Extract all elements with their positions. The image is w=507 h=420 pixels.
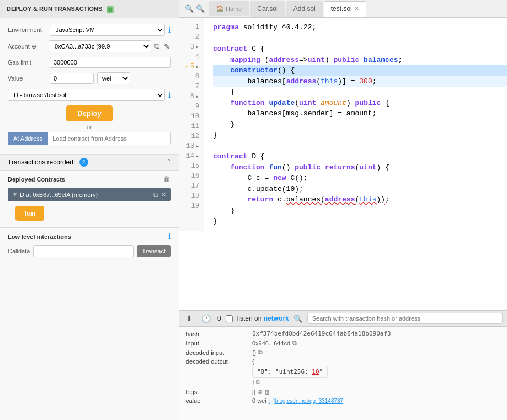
input-value: 0x946...644cd ⧉ — [252, 339, 500, 347]
environment-label: Environment — [8, 26, 46, 33]
value-input[interactable] — [50, 73, 94, 84]
bottom-console: ⬇ 🕐 0 listen on network 🔍 hash 0xf374bef… — [179, 310, 507, 420]
contract-item-name: D at 0xB87...69cfA (memory) — [20, 192, 151, 198]
logs-key: logs — [186, 389, 252, 395]
deployed-header: Deployed Contracts 🗑 — [8, 175, 171, 183]
value-row-value: 0 wei 📄blog.csdn.net/qq_33148787 — [252, 397, 500, 404]
at-address-row: At Address — [8, 132, 171, 145]
tab-test-sol[interactable]: test.sol ✕ — [324, 1, 366, 17]
zoom-in-icon[interactable]: 🔍 — [196, 4, 205, 13]
listen-checkbox[interactable] — [226, 315, 233, 322]
value-row: Value wei gwei finney ether — [8, 72, 171, 84]
left-panel: DEPLOY & RUN TRANSACTIONS ▣ Environment … — [0, 0, 179, 420]
copy-decoded-output-button[interactable]: ⧉ — [256, 379, 260, 386]
clear-contracts-button[interactable]: 🗑 — [162, 175, 171, 183]
line-num-10: 10 — [179, 111, 204, 121]
environment-info-icon[interactable]: ℹ — [168, 26, 171, 34]
contract-select[interactable]: D - browser/test.sol — [8, 89, 165, 101]
value-key: value — [186, 397, 252, 404]
line-num-19: 19 — [179, 201, 204, 211]
console-row-input: input 0x946...644cd ⧉ — [179, 338, 507, 348]
contract-info-icon[interactable]: ℹ — [168, 91, 171, 99]
calldata-label: Calldata — [8, 248, 30, 254]
tab-add-sol[interactable]: Add.sol — [286, 1, 323, 17]
copy-contract-button[interactable]: ⧉ — [153, 191, 158, 199]
hash-key: hash — [186, 331, 252, 337]
gas-limit-input[interactable] — [50, 57, 171, 68]
value-link[interactable]: 📄blog.csdn.net/qq_33148787 — [269, 398, 343, 404]
console-row-logs: logs [] ⧉ 🗑 — [179, 387, 507, 396]
decoded-input-key: decoded input — [186, 349, 252, 356]
code-editor: 1 2 3 ▸ 4 ⚠5 ▸ 6 7 8 ▸ 9 10 11 12 13 ▸ 1… — [179, 18, 507, 310]
code-line-15: C c = new C(); — [213, 173, 507, 184]
logs-extra-button[interactable]: 🗑 — [264, 389, 270, 395]
at-address-input[interactable] — [48, 132, 171, 145]
line-num-6: 6 — [179, 72, 204, 82]
line-num-12: 12 — [179, 131, 204, 141]
at-address-button[interactable]: At Address — [8, 132, 48, 145]
code-line-18: } — [213, 205, 507, 216]
network-label: network — [264, 315, 289, 322]
gas-limit-label: Gas limit — [8, 59, 46, 66]
logs-value: [] ⧉ 🗑 — [252, 388, 500, 395]
listen-label: listen on network — [237, 315, 289, 322]
line-num-15: 15 — [179, 161, 204, 171]
tab-home[interactable]: 🏠 Home — [209, 1, 249, 16]
console-search-icon[interactable]: 🔍 — [293, 315, 303, 323]
value-label: Value — [8, 75, 46, 82]
transactions-row: Transactions recorded: 2 ˅ — [0, 154, 179, 171]
warning-icon: ⚠ — [185, 62, 189, 72]
copy-account-button[interactable]: ⧉ — [153, 42, 161, 51]
deploy-button[interactable]: Deploy — [66, 105, 112, 121]
contract-chevron-icon[interactable]: ▼ — [12, 192, 18, 198]
decoded-output-value: { "0": "uint256: 10" } ⧉ — [252, 358, 500, 386]
code-line-3: contract C { — [213, 44, 507, 55]
low-level-section: Low level interactions ℹ Calldata Transa… — [0, 227, 179, 262]
console-row-decoded-output: decoded output { "0": "uint256: 10" } ⧉ — [179, 357, 507, 387]
code-line-4: mapping (address=>uint) public balances; — [213, 55, 507, 66]
remove-contract-button[interactable]: ✕ — [161, 190, 167, 199]
code-line-11: } — [213, 130, 507, 141]
low-level-info-icon[interactable]: ℹ — [168, 232, 171, 241]
account-select[interactable]: 0xCA3...a733c (99.9 — [49, 40, 151, 52]
panel-title: DEPLOY & RUN TRANSACTIONS — [7, 6, 102, 12]
calldata-input[interactable] — [33, 245, 133, 257]
transact-button[interactable]: Transact — [137, 245, 171, 257]
transactions-chevron[interactable]: ˅ — [168, 158, 171, 166]
console-clear-button[interactable]: 🕐 — [199, 313, 213, 324]
copy-input-button[interactable]: ⧉ — [292, 339, 297, 347]
tab-car-sol[interactable]: Car.sol — [250, 1, 285, 17]
code-line-13: contract D { — [213, 151, 507, 162]
value-unit-select[interactable]: wei gwei finney ether — [97, 72, 130, 84]
line-num-4: 4 — [179, 52, 204, 62]
deployed-contracts-section: Deployed Contracts 🗑 ▼ D at 0xB87...69cf… — [0, 171, 179, 227]
code-line-8: function update(uint amount) public { — [213, 98, 507, 109]
code-line-19: } — [213, 216, 507, 227]
copy-logs-button[interactable]: ⧉ — [258, 388, 262, 395]
code-line-17: return c.balances(address(this)); — [213, 194, 507, 205]
code-line-9: balances[msg.sender] = amount; — [213, 108, 507, 119]
line-num-14: 14 ▸ — [179, 151, 204, 161]
code-line-2 — [213, 33, 507, 44]
line-num-5: ⚠5 ▸ — [179, 62, 204, 72]
console-down-button[interactable]: ⬇ — [184, 313, 195, 324]
environment-section: Environment JavaScript VM Injected Web3 … — [0, 18, 179, 154]
environment-select[interactable]: JavaScript VM Injected Web3 Web3 Provide… — [50, 24, 165, 36]
home-icon: 🏠 — [216, 5, 224, 12]
fun-button[interactable]: fun — [15, 206, 44, 221]
copy-decoded-input-button[interactable]: ⧉ — [258, 349, 263, 356]
code-line-7: } — [213, 87, 507, 98]
line-numbers: 1 2 3 ▸ 4 ⚠5 ▸ 6 7 8 ▸ 9 10 11 12 13 ▸ 1… — [179, 18, 204, 231]
edit-account-button[interactable]: ✎ — [163, 42, 171, 51]
editor-zoom-icons: 🔍 🔍 — [182, 4, 208, 13]
line-num-16: 16 — [179, 171, 204, 181]
add-account-icon[interactable]: ⊕ — [31, 43, 36, 50]
console-search-input[interactable] — [307, 313, 503, 324]
deployed-title: Deployed Contracts — [8, 176, 65, 183]
right-panel: 🔍 🔍 🏠 Home Car.sol Add.sol test.sol ✕ 1 … — [179, 0, 507, 420]
zoom-out-icon[interactable]: 🔍 — [185, 4, 194, 13]
tab-test-sol-label: test.sol — [331, 5, 352, 13]
close-tab-button[interactable]: ✕ — [354, 5, 359, 12]
account-label: Account ⊕ — [8, 43, 46, 50]
editor-tabs: 🔍 🔍 🏠 Home Car.sol Add.sol test.sol ✕ — [179, 0, 507, 18]
